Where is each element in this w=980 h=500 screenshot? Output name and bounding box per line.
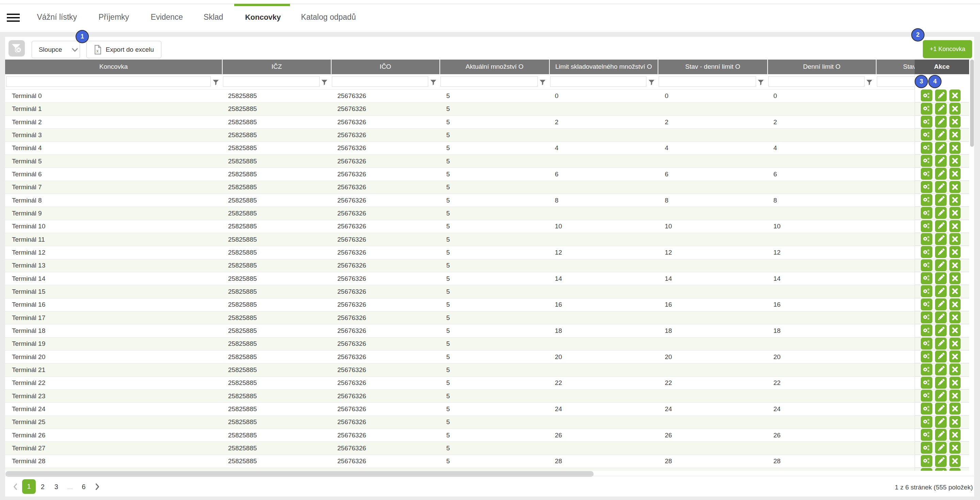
svg-text:x: x	[96, 49, 99, 53]
